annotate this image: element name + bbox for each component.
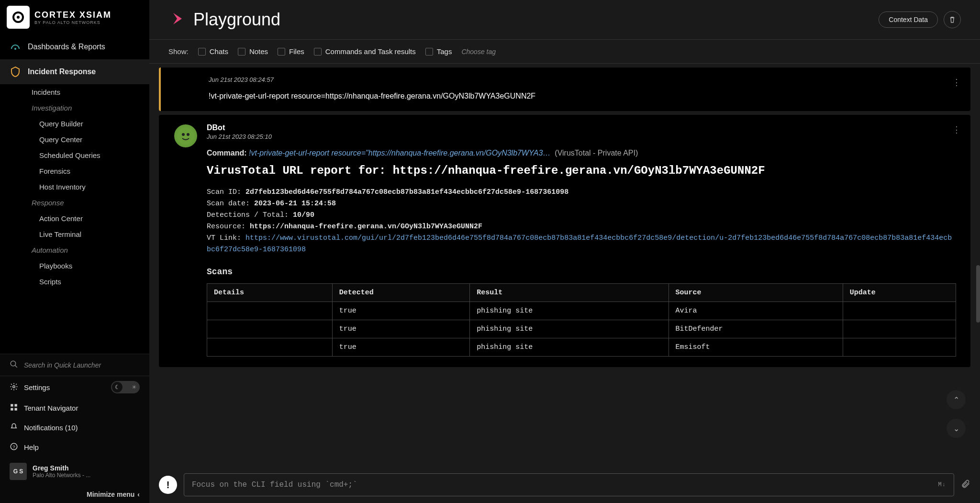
nav-main: Dashboards & Reports Incident Response I… (0, 34, 149, 354)
command-value[interactable]: !vt-private-get-url-report resource="htt… (249, 149, 550, 157)
nav-incidents[interactable]: Incidents (0, 84, 149, 100)
svg-point-3 (11, 361, 16, 366)
choose-tag-input[interactable]: Choose tag (461, 48, 496, 56)
integration-label: (VirusTotal - Private API) (555, 149, 638, 157)
user-row[interactable]: G S Greg Smith Palo Alto Networks - ... (0, 457, 149, 486)
user-org: Palo Alto Networks - ... (33, 472, 90, 479)
page-icon (168, 10, 186, 29)
filter-files[interactable]: Files (278, 47, 304, 56)
logo[interactable]: CORTEX XSIAM BY PALO ALTO NETWORKS (0, 0, 149, 34)
svg-rect-9 (15, 408, 17, 411)
col-details: Details (207, 284, 333, 302)
checkbox-icon (425, 48, 433, 56)
settings-row: Settings ☾ ☀ (0, 376, 149, 398)
filter-commands-label: Commands and Task results (325, 47, 416, 56)
search-icon (10, 360, 18, 370)
svg-point-12 (179, 129, 192, 143)
report-title: VirusTotal URL report for: https://nhanq… (207, 164, 956, 177)
cell-detected: true (332, 338, 469, 357)
help-label: Help (24, 443, 39, 451)
nav-dashboards-label: Dashboards & Reports (28, 43, 105, 51)
theme-toggle[interactable]: ☾ ☀ (111, 381, 140, 393)
col-detected: Detected (332, 284, 469, 302)
filter-tags-label: Tags (437, 47, 452, 56)
table-row: true phishing site BitDefender (207, 320, 956, 338)
sidebar: CORTEX XSIAM BY PALO ALTO NETWORKS Dashb… (0, 0, 149, 503)
message-card: ⋮ Jun 21st 2023 08:24:57 !vt-private-get… (159, 67, 970, 111)
grid-icon (10, 403, 18, 413)
message-time: Jun 21st 2023 08:25:10 (207, 133, 956, 140)
svg-point-5 (13, 385, 15, 388)
tenant-navigator[interactable]: Tenant Navigator (0, 398, 149, 418)
content[interactable]: ⋮ Jun 21st 2023 08:24:57 !vt-private-get… (149, 64, 980, 377)
cell-detected: true (332, 302, 469, 320)
scan-id-label: Scan ID: (207, 188, 241, 196)
filter-notes[interactable]: Notes (238, 47, 268, 56)
notifications[interactable]: Notifications (10) (0, 418, 149, 437)
markdown-toggle[interactable]: M↓ (938, 481, 946, 488)
filter-chats[interactable]: Chats (198, 47, 228, 56)
chevron-down-icon: ⌄ (953, 424, 959, 433)
scrollbar[interactable] (976, 265, 980, 323)
svg-rect-6 (11, 404, 13, 406)
chevron-left-icon: ‹ (137, 491, 140, 498)
topbar: Playground Context Data (149, 0, 980, 40)
question-icon: ? (10, 442, 18, 452)
cli-placeholder: Focus on the CLI field using `cmd+;` (192, 481, 357, 489)
scroll-up-button[interactable]: ⌃ (947, 390, 966, 409)
nav-action-center[interactable]: Action Center (0, 211, 149, 226)
message-menu[interactable]: ⋮ (952, 124, 961, 135)
gear-icon (10, 382, 18, 392)
nav-host-inventory[interactable]: Host Inventory (0, 179, 149, 195)
svg-point-13 (182, 133, 185, 136)
table-row: true phishing site Avira (207, 302, 956, 320)
trash-button[interactable] (944, 11, 961, 28)
command-label: Command: (207, 149, 247, 157)
nav-live-terminal[interactable]: Live Terminal (0, 226, 149, 242)
gauge-icon (10, 41, 21, 53)
attach-icon[interactable] (961, 479, 970, 491)
cli-input[interactable]: Focus on the CLI field using `cmd+;` M↓ (184, 473, 954, 496)
filter-commands[interactable]: Commands and Task results (314, 47, 416, 56)
alert-icon[interactable]: ! (159, 476, 177, 494)
nav-scripts[interactable]: Scripts (0, 274, 149, 290)
cell-result: phishing site (470, 338, 668, 357)
cell-detected: true (332, 320, 469, 338)
quick-launcher[interactable]: Search in Quick Launcher (0, 354, 149, 376)
nav-query-center[interactable]: Query Center (0, 132, 149, 147)
checkbox-icon (238, 48, 245, 56)
nav-forensics[interactable]: Forensics (0, 163, 149, 179)
minimize-menu[interactable]: Minimize menu ‹ (0, 486, 149, 503)
cell-details (207, 338, 333, 357)
svg-rect-7 (15, 404, 17, 406)
svg-rect-8 (11, 408, 13, 411)
message-author: DBot (207, 123, 225, 132)
main: Playground Context Data Show: Chats Note… (149, 0, 980, 503)
nav-playbooks[interactable]: Playbooks (0, 258, 149, 274)
settings-label[interactable]: Settings (24, 383, 50, 391)
cell-update (843, 302, 956, 320)
nav-incident-response[interactable]: Incident Response (0, 59, 149, 84)
logo-product: CORTEX XSIAM (34, 10, 111, 20)
context-data-button[interactable]: Context Data (879, 11, 938, 28)
nav-scheduled-queries[interactable]: Scheduled Queries (0, 147, 149, 163)
user-name: Greg Smith (33, 464, 90, 472)
filter-files-label: Files (289, 47, 304, 56)
sun-icon: ☀ (132, 384, 137, 391)
bell-icon (10, 423, 18, 433)
filter-tags[interactable]: Tags (425, 47, 452, 56)
scroll-down-button[interactable]: ⌄ (947, 419, 966, 438)
checkbox-icon (314, 48, 322, 56)
scans-header: Scans (207, 267, 956, 277)
nav-query-builder[interactable]: Query Builder (0, 116, 149, 132)
vt-link[interactable]: https://www.virustotal.com/gui/url/2d7fe… (207, 234, 952, 254)
message-menu[interactable]: ⋮ (952, 77, 961, 88)
chevron-up-icon: ⌃ (953, 395, 959, 404)
vt-link-label: VT Link: (207, 234, 241, 242)
report-details: Scan ID: 2d7feb123bed6d46e755f8d784a767c… (207, 187, 956, 256)
nav-dashboards[interactable]: Dashboards & Reports (0, 34, 149, 59)
cell-details (207, 302, 333, 320)
nav-investigation-header: Investigation (0, 100, 149, 116)
help[interactable]: ? Help (0, 437, 149, 457)
user-info: Greg Smith Palo Alto Networks - ... (33, 464, 90, 479)
